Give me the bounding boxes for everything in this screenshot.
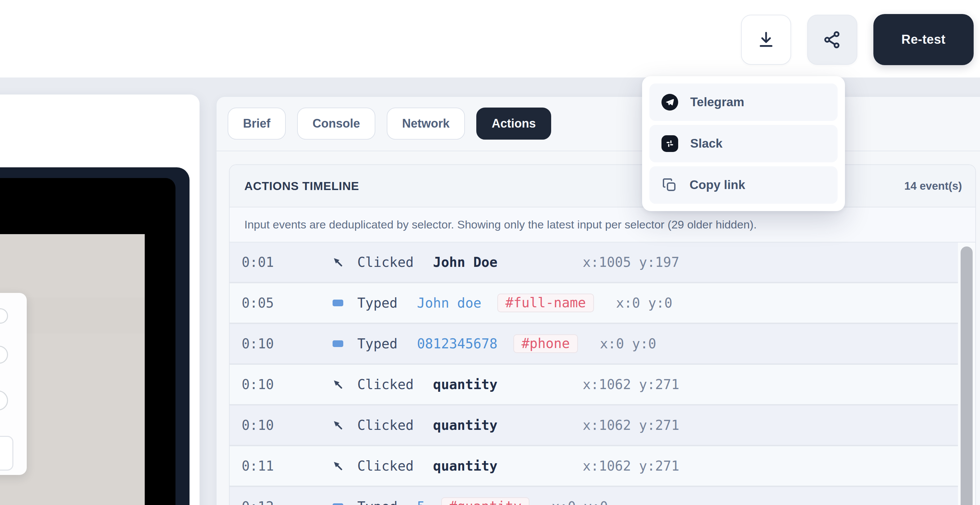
tab-console[interactable]: Console [297,108,375,140]
timeline-title: ACTIONS TIMELINE [244,179,359,193]
menu-item-label: Telegram [690,95,745,109]
event-target: quantity [433,377,498,392]
report-tabbar: Brief Console Network Actions [216,97,980,140]
event-action: Typed [357,295,398,311]
form-radio-circle [0,346,8,364]
event-time: 0:10 [242,336,312,351]
event-coords: x:0 y:0 [552,499,608,505]
event-time: 0:05 [242,295,312,311]
event-time: 0:11 [242,458,312,473]
download-button[interactable] [741,15,791,65]
event-action: Clicked [357,377,414,392]
event-row[interactable]: 0:10 Clicked quantity x:1062 y:271 [230,365,958,405]
header-actions: Re-test [741,14,974,65]
menu-item-label: Copy link [690,178,745,192]
event-target: John Doe [433,254,498,270]
event-coords: x:1062 y:271 [582,418,679,433]
text-input-icon [331,503,345,505]
share-dropdown-menu: Telegram Slack Copy link [642,76,845,211]
share-icon [823,30,842,49]
event-coords: x:1005 y:197 [582,254,679,270]
event-typed-value: 5 [417,499,425,505]
share-button[interactable] [807,15,858,65]
menu-item-telegram[interactable]: Telegram [649,84,838,121]
selector-badge: #quantity [441,497,530,505]
event-time: 0:10 [242,377,312,392]
timeline-scrollbar-thumb[interactable] [961,246,973,505]
download-icon [757,30,775,49]
event-row[interactable]: 0:11 Clicked quantity x:1062 y:271 [230,446,958,487]
cursor-click-icon [331,256,345,268]
event-action: Clicked [357,254,414,270]
selector-badge: #full-name [497,294,594,312]
tab-network[interactable]: Network [387,108,465,140]
form-field-outline [0,436,13,471]
menu-item-copy-link[interactable]: Copy link [649,166,838,204]
report-page: { "colors": { "accent_dark": "#1e2737", … [0,0,980,505]
event-coords: x:0 y:0 [616,295,673,311]
copy-link-icon [662,177,678,193]
event-target: quantity [433,418,498,433]
event-target: quantity [433,458,498,473]
event-action: Clicked [357,418,414,433]
form-radio-circle [0,308,8,324]
event-typed-value: John doe [417,295,481,311]
telegram-icon [662,94,678,111]
timeline-header: ACTIONS TIMELINE 14 event(s) [230,165,975,207]
chevron-down-icon [0,395,2,407]
event-action: Typed [357,336,398,351]
cursor-click-icon [331,378,345,391]
event-time: 0:10 [242,418,312,433]
event-row[interactable]: 0:10 Clicked quantity x:1062 y:271 [230,405,958,446]
menu-item-slack[interactable]: Slack [649,125,838,162]
event-count-badge: 14 event(s) [904,180,962,192]
report-panel: Brief Console Network Actions ACTIONS TI… [216,96,980,505]
menu-item-label: Slack [690,137,722,151]
event-row[interactable]: 0:01 Clicked John Doe x:1005 y:197 [230,243,958,283]
event-action: Clicked [357,458,414,473]
cursor-click-icon [331,419,345,431]
event-typed-value: 0812345678 [417,336,497,351]
text-input-icon [331,340,345,347]
selector-badge: #phone [514,334,578,353]
event-action: Typed [357,499,398,505]
cursor-click-icon [331,460,345,472]
device-screen-form-panel [0,293,27,475]
event-time: 0:12 [242,499,312,505]
slack-icon [662,135,678,152]
event-coords: x:1062 y:271 [582,458,679,473]
event-row[interactable]: 0:12 Typed 5 #quantity x:0 y:0 [230,487,958,505]
event-coords: x:0 y:0 [600,336,657,351]
tab-brief[interactable]: Brief [228,108,286,140]
event-row[interactable]: 0:05 Typed John doe #full-name x:0 y:0 [230,283,958,324]
event-coords: x:1062 y:271 [582,377,679,392]
timeline-rows: 0:01 Clicked John Doe x:1005 y:197 0:05 … [230,243,958,505]
tabbar-divider [216,151,980,151]
dedup-note: Input events are deduplicated by selecto… [230,207,975,243]
event-time: 0:01 [242,254,312,270]
tab-actions[interactable]: Actions [476,108,551,140]
text-input-icon [331,300,345,306]
event-row[interactable]: 0:10 Typed 0812345678 #phone x:0 y:0 [230,324,958,365]
actions-timeline-panel: ACTIONS TIMELINE 14 event(s) Input event… [229,164,976,505]
retest-button[interactable]: Re-test [873,14,974,65]
